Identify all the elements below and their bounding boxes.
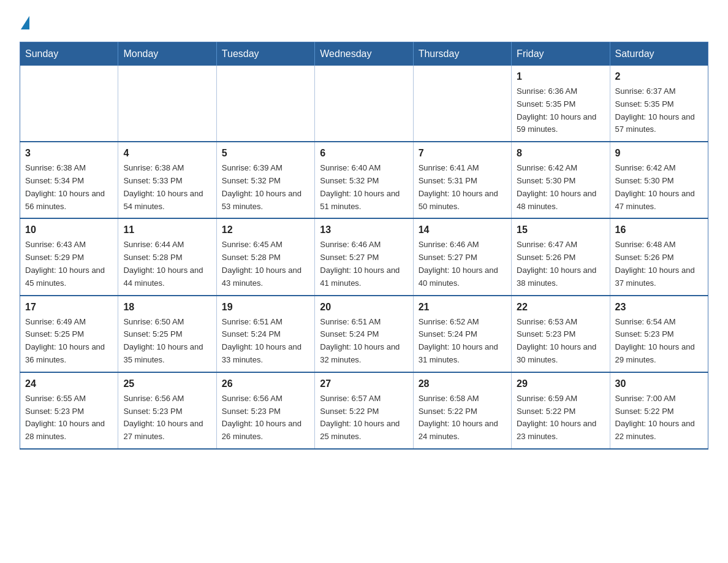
calendar-cell: 29Sunrise: 6:59 AMSunset: 5:22 PMDayligh… [512,372,610,449]
calendar-cell: 27Sunrise: 6:57 AMSunset: 5:22 PMDayligh… [315,372,413,449]
day-info: Sunrise: 6:52 AMSunset: 5:24 PMDaylight:… [419,316,506,367]
calendar-cell: 16Sunrise: 6:48 AMSunset: 5:26 PMDayligh… [610,218,708,295]
day-info: Sunrise: 6:46 AMSunset: 5:27 PMDaylight:… [419,239,506,289]
day-info: Sunrise: 6:48 AMSunset: 5:26 PMDaylight:… [615,239,703,289]
calendar-cell: 6Sunrise: 6:40 AMSunset: 5:32 PMDaylight… [315,142,413,218]
calendar-cell: 22Sunrise: 6:53 AMSunset: 5:23 PMDayligh… [512,296,610,372]
calendar-cell: 14Sunrise: 6:46 AMSunset: 5:27 PMDayligh… [413,218,511,295]
day-number: 30 [615,377,703,391]
calendar-cell [413,66,511,142]
calendar-cell: 11Sunrise: 6:44 AMSunset: 5:28 PMDayligh… [118,218,216,295]
calendar-cell: 30Sunrise: 7:00 AMSunset: 5:22 PMDayligh… [610,372,708,449]
page-header [20,15,708,29]
day-number: 7 [419,146,506,161]
day-info: Sunrise: 6:49 AMSunset: 5:25 PMDaylight:… [25,316,113,367]
day-info: Sunrise: 6:41 AMSunset: 5:31 PMDaylight:… [419,162,506,213]
day-number: 5 [222,146,309,161]
day-number: 23 [615,300,703,315]
day-info: Sunrise: 6:58 AMSunset: 5:22 PMDaylight:… [419,393,506,443]
calendar-cell: 10Sunrise: 6:43 AMSunset: 5:29 PMDayligh… [20,218,118,295]
day-number: 18 [123,300,211,315]
day-number: 20 [320,300,408,315]
day-info: Sunrise: 6:42 AMSunset: 5:30 PMDaylight:… [615,162,703,213]
day-number: 3 [25,146,113,161]
day-number: 14 [419,223,506,237]
day-info: Sunrise: 6:46 AMSunset: 5:27 PMDaylight:… [320,239,408,289]
weekday-header-monday: Monday [118,42,216,66]
day-number: 24 [25,377,113,391]
day-number: 25 [123,377,211,391]
calendar-cell: 25Sunrise: 6:56 AMSunset: 5:23 PMDayligh… [118,372,216,449]
day-number: 29 [517,377,604,391]
calendar-cell: 23Sunrise: 6:54 AMSunset: 5:23 PMDayligh… [610,296,708,372]
day-info: Sunrise: 6:47 AMSunset: 5:26 PMDaylight:… [517,239,604,289]
weekday-header-row: SundayMondayTuesdayWednesdayThursdayFrid… [20,42,708,66]
day-info: Sunrise: 6:38 AMSunset: 5:33 PMDaylight:… [123,162,211,213]
calendar-cell: 13Sunrise: 6:46 AMSunset: 5:27 PMDayligh… [315,218,413,295]
calendar-cell: 26Sunrise: 6:56 AMSunset: 5:23 PMDayligh… [216,372,314,449]
day-number: 6 [320,146,408,161]
calendar-cell [118,66,216,142]
weekday-header-sunday: Sunday [20,42,118,66]
calendar-cell [216,66,314,142]
calendar-cell: 20Sunrise: 6:51 AMSunset: 5:24 PMDayligh… [315,296,413,372]
day-info: Sunrise: 6:43 AMSunset: 5:29 PMDaylight:… [25,239,113,289]
week-row-1: 1Sunrise: 6:36 AMSunset: 5:35 PMDaylight… [20,66,708,142]
day-number: 19 [222,300,309,315]
calendar-cell: 5Sunrise: 6:39 AMSunset: 5:32 PMDaylight… [216,142,314,218]
day-number: 12 [222,223,309,237]
calendar-cell: 12Sunrise: 6:45 AMSunset: 5:28 PMDayligh… [216,218,314,295]
day-number: 21 [419,300,506,315]
week-row-2: 3Sunrise: 6:38 AMSunset: 5:34 PMDaylight… [20,142,708,218]
day-info: Sunrise: 6:56 AMSunset: 5:23 PMDaylight:… [123,393,211,443]
calendar-cell: 18Sunrise: 6:50 AMSunset: 5:25 PMDayligh… [118,296,216,372]
weekday-header-wednesday: Wednesday [315,42,413,66]
day-info: Sunrise: 6:44 AMSunset: 5:28 PMDaylight:… [123,239,211,289]
day-number: 28 [419,377,506,391]
day-number: 9 [615,146,703,161]
day-number: 11 [123,223,211,237]
day-number: 26 [222,377,309,391]
logo-triangle-icon [21,16,29,29]
day-info: Sunrise: 6:57 AMSunset: 5:22 PMDaylight:… [320,393,408,443]
calendar-cell: 19Sunrise: 6:51 AMSunset: 5:24 PMDayligh… [216,296,314,372]
day-number: 17 [25,300,113,315]
weekday-header-friday: Friday [512,42,610,66]
day-info: Sunrise: 6:51 AMSunset: 5:24 PMDaylight:… [320,316,408,367]
day-info: Sunrise: 6:51 AMSunset: 5:24 PMDaylight:… [222,316,309,367]
day-number: 27 [320,377,408,391]
calendar-cell: 9Sunrise: 6:42 AMSunset: 5:30 PMDaylight… [610,142,708,218]
day-number: 1 [517,69,604,84]
calendar-cell: 17Sunrise: 6:49 AMSunset: 5:25 PMDayligh… [20,296,118,372]
day-info: Sunrise: 6:54 AMSunset: 5:23 PMDaylight:… [615,316,703,367]
day-number: 8 [517,146,604,161]
day-info: Sunrise: 6:50 AMSunset: 5:25 PMDaylight:… [123,316,211,367]
day-info: Sunrise: 6:55 AMSunset: 5:23 PMDaylight:… [25,393,113,443]
day-info: Sunrise: 6:56 AMSunset: 5:23 PMDaylight:… [222,393,309,443]
day-info: Sunrise: 6:36 AMSunset: 5:35 PMDaylight:… [517,85,604,136]
calendar-cell: 28Sunrise: 6:58 AMSunset: 5:22 PMDayligh… [413,372,511,449]
day-info: Sunrise: 6:38 AMSunset: 5:34 PMDaylight:… [25,162,113,213]
day-number: 22 [517,300,604,315]
day-info: Sunrise: 6:53 AMSunset: 5:23 PMDaylight:… [517,316,604,367]
weekday-header-tuesday: Tuesday [216,42,314,66]
calendar-cell: 21Sunrise: 6:52 AMSunset: 5:24 PMDayligh… [413,296,511,372]
week-row-3: 10Sunrise: 6:43 AMSunset: 5:29 PMDayligh… [20,218,708,295]
weekday-header-thursday: Thursday [413,42,511,66]
calendar-cell: 2Sunrise: 6:37 AMSunset: 5:35 PMDaylight… [610,66,708,142]
day-info: Sunrise: 6:37 AMSunset: 5:35 PMDaylight:… [615,85,703,136]
calendar-cell: 4Sunrise: 6:38 AMSunset: 5:33 PMDaylight… [118,142,216,218]
day-number: 4 [123,146,211,161]
calendar-cell: 24Sunrise: 6:55 AMSunset: 5:23 PMDayligh… [20,372,118,449]
calendar-cell: 7Sunrise: 6:41 AMSunset: 5:31 PMDaylight… [413,142,511,218]
calendar-cell [20,66,118,142]
week-row-4: 17Sunrise: 6:49 AMSunset: 5:25 PMDayligh… [20,296,708,372]
logo [20,15,31,29]
calendar-cell: 1Sunrise: 6:36 AMSunset: 5:35 PMDaylight… [512,66,610,142]
calendar-cell: 3Sunrise: 6:38 AMSunset: 5:34 PMDaylight… [20,142,118,218]
calendar-cell: 8Sunrise: 6:42 AMSunset: 5:30 PMDaylight… [512,142,610,218]
day-info: Sunrise: 6:42 AMSunset: 5:30 PMDaylight:… [517,162,604,213]
day-number: 15 [517,223,604,237]
day-info: Sunrise: 6:45 AMSunset: 5:28 PMDaylight:… [222,239,309,289]
week-row-5: 24Sunrise: 6:55 AMSunset: 5:23 PMDayligh… [20,372,708,449]
